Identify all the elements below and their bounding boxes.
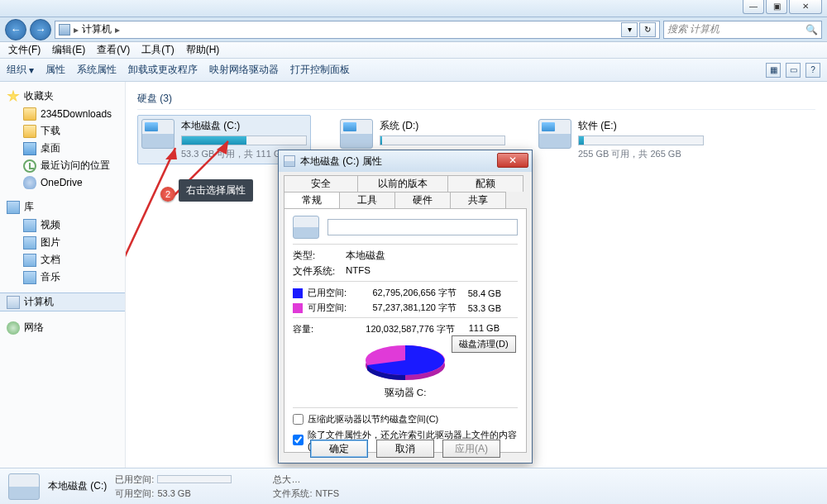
apply-button[interactable]: 应用(A) — [442, 440, 500, 458]
svg-line-0 — [126, 148, 175, 379]
value-free-bytes: 57,237,381,120 字节 — [359, 302, 457, 314]
ok-button[interactable]: 确定 — [310, 440, 368, 458]
search-input[interactable]: 搜索 计算机 🔍 — [663, 21, 822, 39]
sidebar-item-pictures[interactable]: 图片 — [0, 234, 125, 251]
tab-tools[interactable]: 工具 — [339, 192, 395, 208]
status-used-bar — [157, 475, 232, 483]
drive-name: 本地磁盘 (C:) — [181, 119, 307, 133]
sidebar-item-computer[interactable]: 计算机 — [0, 292, 125, 311]
video-icon — [23, 219, 36, 232]
toolbar-preview-button[interactable]: ▭ — [786, 63, 801, 78]
menu-file[interactable]: 文件(F) — [3, 41, 45, 59]
value-filesystem: NTFS — [346, 265, 370, 278]
annotation-arrow-1 — [126, 131, 200, 396]
section-header-drives[interactable]: 硬盘 (3) — [137, 88, 815, 110]
toolbar-control-panel[interactable]: 打开控制面板 — [290, 63, 350, 77]
window-close-button[interactable]: ✕ — [789, 0, 822, 14]
drive-usage-text: 255 GB 可用，共 265 GB — [578, 148, 704, 160]
sidebar-item-documents[interactable]: 文档 — [0, 251, 125, 269]
sidebar-item-downloads[interactable]: 下载 — [0, 122, 125, 140]
toolbar: 组织▾ 属性 系统属性 卸载或更改程序 映射网络驱动器 打开控制面板 ▦ ▭ ? — [0, 59, 827, 82]
status-fs-value: NTFS — [315, 488, 339, 498]
status-free-label: 可用空间: — [115, 487, 154, 500]
music-icon — [23, 271, 36, 284]
label-capacity: 容量: — [293, 323, 352, 335]
folder-icon — [23, 125, 36, 138]
chevron-right-icon[interactable]: ▸ — [115, 24, 120, 36]
free-color-swatch — [293, 303, 303, 313]
value-capacity-hr: 111 GB — [460, 323, 500, 335]
computer-icon — [7, 296, 20, 309]
refresh-button[interactable]: ↻ — [639, 22, 656, 37]
tab-hardware[interactable]: 硬件 — [394, 192, 451, 208]
cloud-icon — [23, 176, 36, 189]
nav-row: ← → ▸ 计算机 ▸ ▾ ↻ 搜索 计算机 🔍 — [0, 17, 827, 42]
sidebar-item-music[interactable]: 音乐 — [0, 269, 125, 286]
document-icon — [23, 254, 36, 267]
dialog-close-button[interactable]: ✕ — [497, 153, 528, 168]
drive-icon — [8, 473, 40, 500]
dialog-body: 类型:本地磁盘 文件系统:NTFS 已用空间:62,795,206,656 字节… — [284, 208, 527, 453]
status-total-label: 总大… — [273, 473, 300, 486]
cancel-button[interactable]: 取消 — [376, 440, 434, 458]
sidebar-group-libraries[interactable]: 库 — [0, 197, 125, 216]
checkbox-compress[interactable]: 压缩此驱动器以节约磁盘空间(C) — [293, 413, 518, 426]
sidebar-item-videos[interactable]: 视频 — [0, 216, 125, 234]
sidebar-item-network[interactable]: 网络 — [0, 318, 125, 337]
folder-icon — [23, 107, 36, 121]
library-icon — [7, 201, 20, 214]
nav-back-button[interactable]: ← — [5, 19, 26, 40]
menu-view[interactable]: 查看(V) — [92, 41, 135, 59]
address-bar[interactable]: ▸ 计算机 ▸ ▾ ↻ — [55, 21, 660, 39]
drive-icon — [141, 119, 174, 149]
sidebar-item-onedrive[interactable]: OneDrive — [0, 174, 125, 191]
picture-icon — [23, 236, 36, 250]
drive-icon — [293, 216, 319, 239]
window-maximize-button[interactable]: ▣ — [766, 0, 787, 14]
drive-usage-bar — [578, 136, 704, 145]
desktop-icon — [23, 142, 36, 155]
value-type: 本地磁盘 — [346, 250, 385, 262]
tab-general[interactable]: 常规 — [284, 192, 340, 208]
toolbar-uninstall[interactable]: 卸载或更改程序 — [128, 63, 198, 77]
tab-quota[interactable]: 配额 — [447, 175, 523, 192]
nav-forward-button[interactable]: → — [30, 19, 51, 40]
dialog-titlebar[interactable]: 本地磁盘 (C:) 属性 ✕ — [279, 150, 532, 172]
chevron-right-icon: ▸ — [74, 24, 79, 36]
drive-label-input[interactable] — [327, 219, 518, 235]
label-filesystem: 文件系统: — [293, 265, 346, 278]
value-capacity-bytes: 120,032,587,776 字节 — [357, 323, 455, 335]
drive-usage-bar — [380, 136, 505, 145]
sidebar-item-desktop[interactable]: 桌面 — [0, 140, 125, 157]
sidebar-item-recent[interactable]: 最近访问的位置 — [0, 157, 125, 174]
tab-previous-versions[interactable]: 以前的版本 — [357, 175, 448, 192]
menu-tools[interactable]: 工具(T) — [136, 41, 179, 59]
disk-cleanup-button[interactable]: 磁盘清理(D) — [452, 335, 516, 353]
tab-sharing[interactable]: 共享 — [450, 192, 506, 208]
chevron-down-icon: ▾ — [29, 64, 34, 76]
search-icon: 🔍 — [805, 24, 818, 36]
address-dropdown-button[interactable]: ▾ — [621, 22, 638, 37]
toolbar-map-drive[interactable]: 映射网络驱动器 — [209, 63, 279, 77]
toolbar-view-button[interactable]: ▦ — [766, 63, 781, 78]
drive-e[interactable]: 软件 (E:) 255 GB 可用，共 265 GB — [534, 115, 708, 164]
status-drive-name: 本地磁盘 (C:) — [48, 479, 107, 493]
toolbar-organize[interactable]: 组织▾ — [7, 63, 34, 77]
menu-help[interactable]: 帮助(H) — [181, 41, 225, 59]
status-used-label: 已用空间: — [115, 473, 154, 486]
sidebar-item-2345downloads[interactable]: 2345Downloads — [0, 106, 125, 122]
network-icon — [7, 321, 20, 335]
status-bar: 本地磁盘 (C:) 已用空间: 可用空间:53.3 GB 总大… 文件系统:NT… — [0, 468, 827, 504]
window-minimize-button[interactable]: — — [743, 0, 764, 14]
sidebar-group-favorites[interactable]: 收藏夹 — [0, 87, 125, 106]
used-color-swatch — [293, 288, 303, 298]
toolbar-system-properties[interactable]: 系统属性 — [77, 63, 117, 77]
toolbar-help-button[interactable]: ? — [805, 63, 820, 78]
menu-edit[interactable]: 编辑(E) — [47, 41, 90, 59]
drive-name: 系统 (D:) — [380, 119, 505, 133]
window-titlebar: — ▣ ✕ — [0, 0, 827, 17]
drive-icon — [284, 155, 295, 167]
breadcrumb[interactable]: 计算机 — [82, 22, 112, 36]
toolbar-properties[interactable]: 属性 — [45, 63, 65, 77]
tab-security[interactable]: 安全 — [284, 175, 358, 192]
